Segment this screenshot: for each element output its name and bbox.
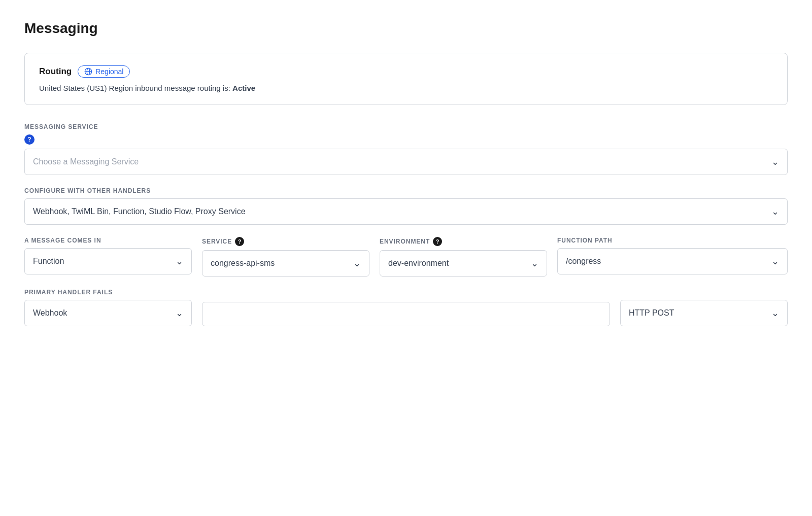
primary-handler-row: Webhook ⌄ HTTP POST ⌄ <box>24 300 788 326</box>
function-path-group: FUNCTION PATH /congress ⌄ <box>557 237 788 277</box>
service-dropdown[interactable]: congress-api-sms ⌄ <box>202 250 369 277</box>
message-comes-in-chevron-icon: ⌄ <box>176 256 183 267</box>
environment-help-icon[interactable]: ? <box>433 237 442 246</box>
service-label-row: SERVICE ? <box>202 237 369 246</box>
configure-handlers-chevron-icon: ⌄ <box>771 206 779 217</box>
configure-handlers-label: CONFIGURE WITH OTHER HANDLERS <box>24 187 788 194</box>
primary-handler-method-value: HTTP POST <box>629 308 674 318</box>
primary-handler-method-dropdown[interactable]: HTTP POST ⌄ <box>620 300 788 326</box>
function-path-label: FUNCTION PATH <box>557 237 613 244</box>
primary-handler-label: PRIMARY HANDLER FAILS <box>24 289 788 296</box>
primary-handler-dropdown[interactable]: Webhook ⌄ <box>24 300 192 326</box>
messaging-service-dropdown[interactable]: Choose a Messaging Service ⌄ <box>24 149 788 175</box>
message-comes-in-label-row: A MESSAGE COMES IN <box>24 237 192 244</box>
service-value: congress-api-sms <box>211 259 275 268</box>
primary-handler-chevron-icon: ⌄ <box>176 307 183 319</box>
handlers-row: A MESSAGE COMES IN Function ⌄ SERVICE ? … <box>24 237 788 277</box>
environment-chevron-icon: ⌄ <box>531 258 538 269</box>
service-chevron-icon: ⌄ <box>353 258 361 269</box>
environment-label: ENVIRONMENT <box>380 238 430 245</box>
function-path-chevron-icon: ⌄ <box>771 256 779 267</box>
environment-label-row: ENVIRONMENT ? <box>380 237 547 246</box>
message-comes-in-value: Function <box>33 257 64 266</box>
message-comes-in-dropdown[interactable]: Function ⌄ <box>24 248 192 274</box>
routing-description: United States (US1) Region inbound messa… <box>39 84 773 92</box>
configure-handlers-value: Webhook, TwiML Bin, Function, Studio Flo… <box>33 207 246 216</box>
environment-value: dev-environment <box>388 259 449 268</box>
regional-badge-label: Regional <box>95 67 123 76</box>
primary-handler-value: Webhook <box>33 308 67 318</box>
service-group: SERVICE ? congress-api-sms ⌄ <box>202 237 369 277</box>
messaging-service-help-icon[interactable]: ? <box>24 134 35 145</box>
message-comes-in-label: A MESSAGE COMES IN <box>24 237 101 244</box>
primary-handler-url-input[interactable] <box>202 302 610 326</box>
configure-handlers-dropdown[interactable]: Webhook, TwiML Bin, Function, Studio Flo… <box>24 198 788 225</box>
regional-badge[interactable]: Regional <box>78 65 130 78</box>
messaging-service-placeholder: Choose a Messaging Service <box>33 157 139 166</box>
environment-dropdown[interactable]: dev-environment ⌄ <box>380 250 547 277</box>
function-path-label-row: FUNCTION PATH <box>557 237 788 244</box>
routing-card: Routing Regional United States (US1) Reg… <box>24 53 788 105</box>
messaging-service-chevron-icon: ⌄ <box>771 156 779 167</box>
messaging-service-label: MESSAGING SERVICE <box>24 123 788 130</box>
primary-handler-section: PRIMARY HANDLER FAILS Webhook ⌄ HTTP POS… <box>24 289 788 326</box>
service-help-icon[interactable]: ? <box>235 237 244 246</box>
routing-status: Active <box>232 84 255 92</box>
primary-handler-handler-group: Webhook ⌄ <box>24 300 192 326</box>
service-label: SERVICE <box>202 238 232 245</box>
primary-handler-method-group: HTTP POST ⌄ <box>620 300 788 326</box>
routing-label: Routing <box>39 66 72 77</box>
messaging-service-section: MESSAGING SERVICE ? Choose a Messaging S… <box>24 123 788 175</box>
primary-handler-method-chevron-icon: ⌄ <box>771 307 779 319</box>
page-title: Messaging <box>24 20 788 37</box>
globe-icon <box>84 67 92 76</box>
routing-header: Routing Regional <box>39 65 773 78</box>
function-path-value: /congress <box>566 257 601 266</box>
function-path-dropdown[interactable]: /congress ⌄ <box>557 248 788 274</box>
primary-handler-url-group <box>202 302 610 326</box>
configure-handlers-section: CONFIGURE WITH OTHER HANDLERS Webhook, T… <box>24 187 788 225</box>
message-comes-in-group: A MESSAGE COMES IN Function ⌄ <box>24 237 192 277</box>
environment-group: ENVIRONMENT ? dev-environment ⌄ <box>380 237 547 277</box>
